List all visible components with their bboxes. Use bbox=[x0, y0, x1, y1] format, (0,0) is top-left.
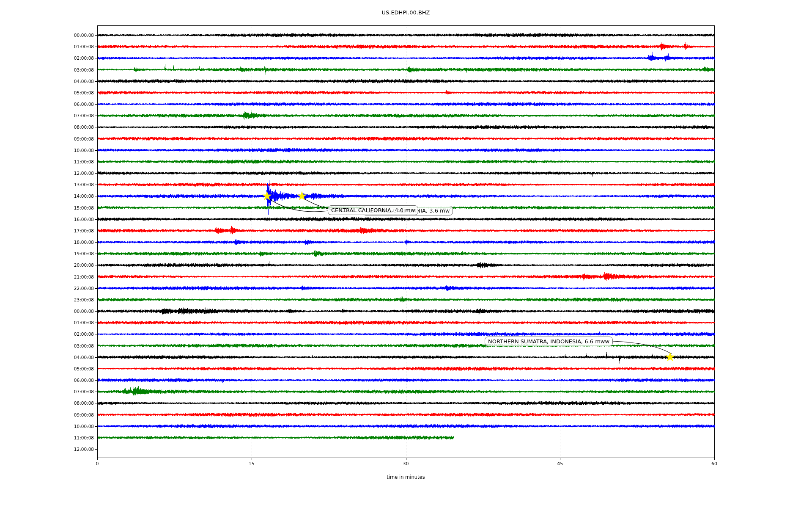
annotation-central-california-40: CENTRAL CALIFORNIA, 4.0 mw bbox=[328, 205, 418, 215]
row-time-label: 04:00:08 bbox=[0, 355, 94, 360]
x-tick-label: 30 bbox=[393, 461, 419, 467]
row-time-label: 08:00:08 bbox=[0, 124, 94, 130]
row-time-label: 03:00:08 bbox=[0, 343, 94, 348]
chart-title: US.EDHPI.00.BHZ bbox=[97, 9, 714, 16]
row-time-label: 19:00:08 bbox=[0, 251, 94, 256]
row-time-label: 14:00:08 bbox=[0, 193, 94, 199]
row-time-label: 02:00:08 bbox=[0, 55, 94, 61]
row-time-label: 07:00:08 bbox=[0, 113, 94, 118]
row-time-label: 22:00:08 bbox=[0, 286, 94, 291]
row-time-label: 16:00:08 bbox=[0, 217, 94, 222]
row-time-label: 23:00:08 bbox=[0, 297, 94, 302]
row-time-label: 09:00:08 bbox=[0, 412, 94, 417]
row-time-label: 04:00:08 bbox=[0, 79, 94, 84]
row-time-label: 08:00:08 bbox=[0, 400, 94, 406]
row-time-label: 02:00:08 bbox=[0, 331, 94, 337]
seismogram-figure: US.EDHPI.00.BHZ time in minutes CENTRAL … bbox=[0, 0, 812, 508]
row-time-label: 07:00:08 bbox=[0, 389, 94, 394]
x-axis-label: time in minutes bbox=[97, 474, 714, 480]
row-time-label: 15:00:08 bbox=[0, 205, 94, 210]
x-tick-label: 60 bbox=[702, 461, 727, 467]
row-time-label: 11:00:08 bbox=[0, 435, 94, 440]
x-tick-label: 15 bbox=[239, 461, 264, 467]
row-time-label: 03:00:08 bbox=[0, 67, 94, 72]
annotation-northern-sumatra: NORTHERN SUMATRA, INDONESIA, 6.6 mww bbox=[485, 337, 613, 346]
seismogram-canvas bbox=[0, 0, 812, 508]
row-time-label: 00:00:08 bbox=[0, 33, 94, 38]
x-tick-label: 45 bbox=[547, 461, 573, 467]
row-time-label: 01:00:08 bbox=[0, 320, 94, 325]
row-time-label: 00:00:08 bbox=[0, 309, 94, 314]
row-time-label: 06:00:08 bbox=[0, 378, 94, 383]
row-time-label: 13:00:08 bbox=[0, 182, 94, 187]
row-time-label: 12:00:08 bbox=[0, 171, 94, 176]
row-time-label: 20:00:08 bbox=[0, 262, 94, 268]
x-tick-label: 0 bbox=[85, 461, 110, 467]
row-time-label: 12:00:08 bbox=[0, 447, 94, 452]
row-time-label: 01:00:08 bbox=[0, 44, 94, 49]
row-time-label: 05:00:08 bbox=[0, 366, 94, 371]
row-time-label: 11:00:08 bbox=[0, 159, 94, 164]
row-time-label: 09:00:08 bbox=[0, 136, 94, 141]
row-time-label: 06:00:08 bbox=[0, 102, 94, 107]
row-time-label: 05:00:08 bbox=[0, 90, 94, 95]
row-time-label: 10:00:08 bbox=[0, 424, 94, 429]
row-time-label: 18:00:08 bbox=[0, 240, 94, 245]
row-time-label: 10:00:08 bbox=[0, 148, 94, 153]
row-time-label: 21:00:08 bbox=[0, 274, 94, 279]
row-time-label: 17:00:08 bbox=[0, 228, 94, 233]
